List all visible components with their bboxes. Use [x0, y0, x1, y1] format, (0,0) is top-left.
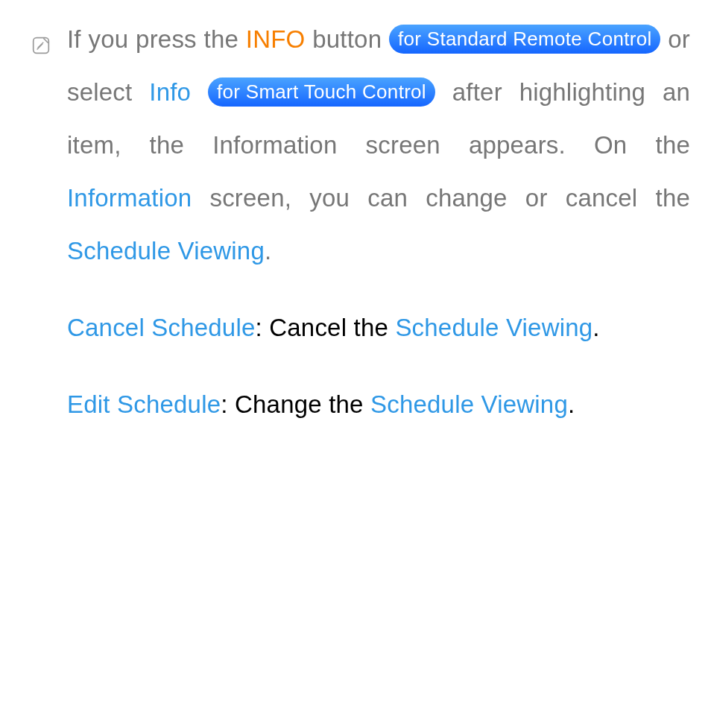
note-text-1: If you press the — [67, 25, 246, 53]
cancel-schedule-paragraph: Cancel Schedule: Cancel the Schedule Vie… — [67, 302, 690, 355]
note-paragraph: If you press the INFO button for Standar… — [67, 13, 690, 278]
info-link: Info — [149, 78, 191, 106]
note-text-6: screen, you can change or cancel the — [192, 184, 690, 212]
cancel-colon: : — [256, 314, 270, 341]
schedule-viewing-link-3: Schedule Viewing — [370, 390, 568, 418]
cancel-dot: . — [592, 314, 599, 341]
edit-colon: : — [221, 390, 235, 418]
note-icon — [31, 21, 51, 40]
note-text-7: . — [265, 237, 271, 265]
edit-dot: . — [568, 390, 575, 418]
pill-standard-remote: for Standard Remote Control — [389, 25, 661, 54]
schedule-viewing-link-1: Schedule Viewing — [67, 237, 265, 265]
note-text-4 — [191, 78, 208, 106]
cancel-desc: Cancel the — [269, 314, 395, 341]
cancel-schedule-label: Cancel Schedule — [67, 314, 256, 341]
edit-schedule-paragraph: Edit Schedule: Change the Schedule Viewi… — [67, 379, 690, 431]
schedule-viewing-link-2: Schedule Viewing — [395, 314, 592, 341]
edit-schedule-label: Edit Schedule — [67, 390, 221, 418]
document-page: If you press the INFO button for Standar… — [0, 0, 711, 461]
pill-smart-touch: for Smart Touch Control — [208, 77, 435, 107]
info-button-label: INFO — [246, 25, 306, 53]
edit-desc: Change the — [235, 390, 370, 418]
note-text-2: button — [305, 25, 389, 53]
information-link: Information — [67, 184, 192, 212]
